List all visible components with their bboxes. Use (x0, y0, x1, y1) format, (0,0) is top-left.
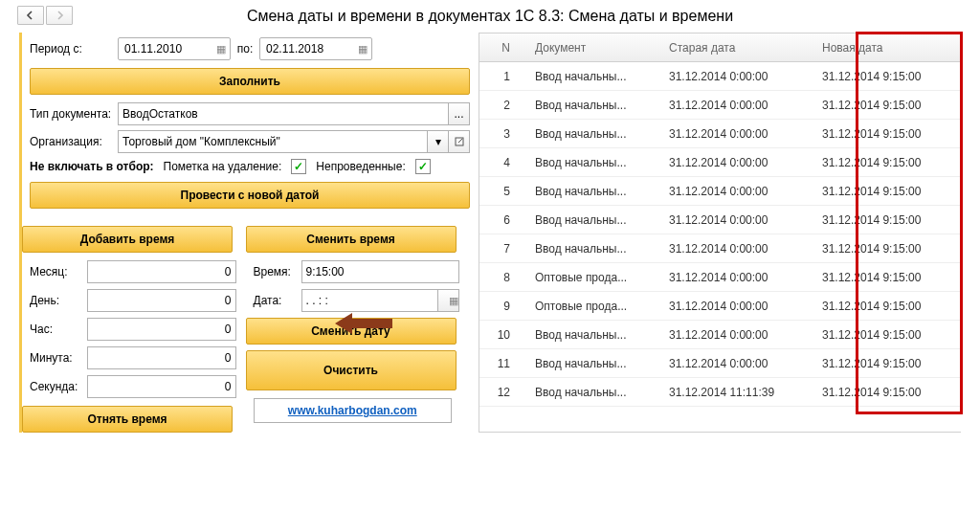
cell-old: 31.12.2014 0:00:00 (661, 300, 814, 313)
org-dropdown-button[interactable]: ▾ (428, 130, 449, 153)
second-input[interactable]: 0 (87, 375, 236, 398)
subtract-time-button[interactable]: Отнять время (22, 406, 233, 433)
col-doc[interactable]: Документ (527, 41, 661, 55)
add-time-button[interactable]: Добавить время (22, 226, 233, 253)
mark-delete-label: Пометка на удаление: (164, 160, 282, 173)
cell-old: 31.12.2014 0:00:00 (661, 99, 814, 112)
cell-doc: Ввод начальны... (527, 357, 661, 370)
cell-doc: Ввод начальны... (527, 99, 661, 112)
cell-new: 31.12.2014 9:15:00 (814, 156, 961, 169)
month-input[interactable]: 0 (87, 260, 236, 283)
org-label: Организация: (30, 135, 118, 148)
cell-old: 31.12.2014 0:00:00 (661, 242, 814, 256)
cell-new: 31.12.2014 9:15:00 (814, 357, 961, 370)
cell-doc: Оптовые прода... (527, 300, 661, 313)
cell-doc: Ввод начальны... (527, 156, 661, 169)
cell-new: 31.12.2014 9:15:00 (814, 271, 961, 284)
cell-new: 31.12.2014 9:15:00 (814, 300, 961, 313)
cell-n: 1 (479, 70, 527, 83)
arrow-right-icon (55, 11, 64, 20)
mark-delete-checkbox[interactable]: ✓ (291, 159, 306, 174)
hour-input[interactable]: 0 (87, 318, 236, 341)
table-row[interactable]: 3Ввод начальны...31.12.2014 0:00:0031.12… (479, 120, 961, 148)
col-new[interactable]: Новая дата (814, 41, 961, 55)
date-calendar-button[interactable]: ▦ (438, 289, 459, 312)
clear-button[interactable]: Очистить (246, 350, 457, 390)
cell-new: 31.12.2014 9:15:00 (814, 99, 961, 112)
calendar-icon[interactable]: ▦ (216, 43, 226, 56)
cell-doc: Ввод начальны... (527, 127, 661, 141)
table-row[interactable]: 1Ввод начальны...31.12.2014 0:00:0031.12… (479, 62, 961, 91)
open-icon (455, 137, 464, 146)
change-date-button[interactable]: Сменить дату (246, 318, 457, 345)
minute-label: Минута: (30, 351, 87, 365)
cell-n: 5 (479, 185, 527, 198)
cell-old: 31.12.2014 0:00:00 (661, 213, 814, 227)
cell-n: 3 (479, 127, 527, 141)
col-n[interactable]: N (479, 41, 527, 55)
table-row[interactable]: 11Ввод начальны...31.12.2014 0:00:0031.1… (479, 349, 961, 378)
col-old[interactable]: Старая дата (661, 41, 814, 55)
website-link[interactable]: www.kuharbogdan.com (254, 398, 453, 423)
post-new-date-button[interactable]: Провести с новой датой (30, 182, 470, 209)
table-row[interactable]: 2Ввод начальны...31.12.2014 0:00:0031.12… (479, 91, 961, 120)
cell-new: 31.12.2014 9:15:00 (814, 213, 961, 227)
cell-new: 31.12.2014 9:15:00 (814, 386, 961, 399)
cell-new: 31.12.2014 9:15:00 (814, 70, 961, 83)
cell-n: 7 (479, 242, 527, 256)
cell-n: 10 (479, 328, 527, 342)
cell-n: 2 (479, 99, 527, 112)
date-input[interactable]: . . : : (301, 289, 439, 312)
time-label: Время: (254, 265, 301, 278)
cell-n: 4 (479, 156, 527, 169)
cell-n: 8 (479, 271, 527, 284)
doc-type-select[interactable]: ВводОстатков (118, 102, 449, 125)
cell-old: 31.12.2014 0:00:00 (661, 185, 814, 198)
hour-label: Час: (30, 323, 87, 336)
table-row[interactable]: 6Ввод начальны...31.12.2014 0:00:0031.12… (479, 206, 961, 234)
date-label: Дата: (254, 294, 301, 307)
cell-old: 31.12.2014 0:00:00 (661, 357, 814, 370)
cell-doc: Ввод начальны... (527, 386, 661, 399)
fill-button[interactable]: Заполнить (30, 68, 470, 95)
table-header: N Документ Старая дата Новая дата (479, 33, 961, 62)
cell-n: 12 (479, 386, 527, 399)
table-row[interactable]: 12Ввод начальны...31.12.2014 11:11:3931.… (479, 378, 961, 407)
unposted-label: Непроведенные: (316, 160, 405, 173)
month-label: Месяц: (30, 265, 87, 278)
change-time-button[interactable]: Сменить время (246, 226, 457, 253)
table-row[interactable]: 5Ввод начальны...31.12.2014 0:00:0031.12… (479, 177, 961, 206)
cell-doc: Ввод начальны... (527, 70, 661, 83)
time-input[interactable]: 9:15:00 (301, 260, 460, 283)
second-label: Секунда: (30, 380, 87, 393)
org-open-button[interactable] (449, 130, 470, 153)
table-row[interactable]: 9Оптовые прода...31.12.2014 0:00:0031.12… (479, 292, 961, 321)
cell-new: 31.12.2014 9:15:00 (814, 242, 961, 256)
day-input[interactable]: 0 (87, 289, 236, 312)
cell-doc: Ввод начальны... (527, 185, 661, 198)
cell-old: 31.12.2014 0:00:00 (661, 70, 814, 83)
doc-type-label: Тип документа: (30, 107, 118, 121)
period-from-label: Период с: (30, 42, 118, 56)
nav-back-button[interactable] (17, 6, 44, 25)
nav-forward-button[interactable] (46, 6, 73, 25)
day-label: День: (30, 294, 87, 307)
exclude-label: Не включать в отбор: (30, 160, 154, 173)
cell-old: 31.12.2014 0:00:00 (661, 328, 814, 342)
period-from-input[interactable]: ▦ (118, 37, 231, 60)
doc-type-ellipsis-button[interactable]: ... (449, 102, 470, 125)
cell-doc: Ввод начальны... (527, 328, 661, 342)
org-select[interactable]: Торговый дом "Комплексный" (118, 130, 428, 153)
table-row[interactable]: 4Ввод начальны...31.12.2014 0:00:0031.12… (479, 148, 961, 177)
unposted-checkbox[interactable]: ✓ (415, 159, 431, 174)
calendar-icon[interactable]: ▦ (358, 43, 368, 56)
table-row[interactable]: 8Оптовые прода...31.12.2014 0:00:0031.12… (479, 263, 961, 292)
period-to-label: по: (231, 42, 259, 56)
period-to-input[interactable]: ▦ (259, 37, 372, 60)
calendar-icon: ▦ (449, 295, 458, 307)
table-row[interactable]: 10Ввод начальны...31.12.2014 0:00:0031.1… (479, 321, 961, 349)
table-row[interactable]: 7Ввод начальны...31.12.2014 0:00:0031.12… (479, 234, 961, 263)
cell-old: 31.12.2014 0:00:00 (661, 156, 814, 169)
minute-input[interactable]: 0 (87, 346, 236, 369)
cell-n: 9 (479, 300, 527, 313)
